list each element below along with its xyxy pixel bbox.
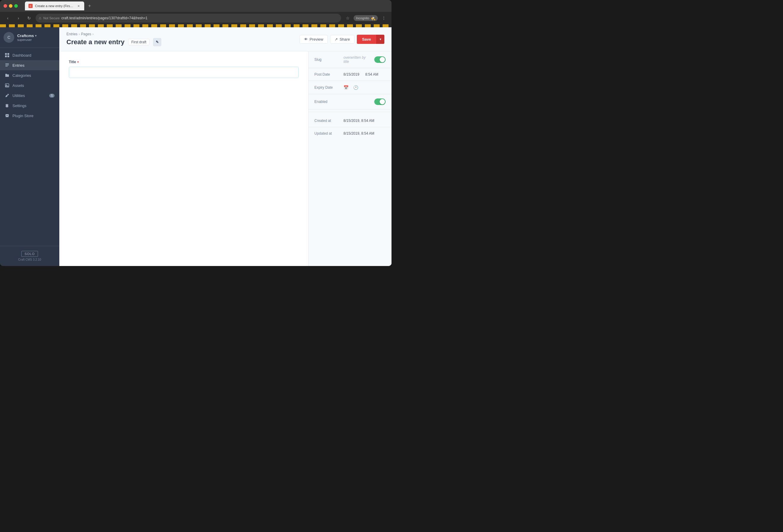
minimize-button[interactable] [9, 4, 12, 8]
assets-icon [5, 83, 9, 88]
categories-label: Categories [12, 73, 31, 78]
browser-toolbar: ‹ › ↻ ⚠ Not Secure craft.test/admin/entr… [0, 12, 392, 24]
breadcrumb-sep-1: › [79, 32, 80, 36]
refresh-button[interactable]: ↻ [25, 14, 33, 22]
share-button[interactable]: ↗ Share [330, 35, 354, 43]
tab-title: Create a new entry (First draft) [35, 4, 74, 8]
new-tab-button[interactable]: + [86, 2, 94, 10]
dashboard-label: Dashboard [12, 53, 31, 58]
settings-label: Settings [12, 103, 26, 108]
svg-rect-5 [5, 65, 9, 65]
plugin-store-icon [5, 113, 9, 118]
dashed-border [0, 24, 392, 27]
sidebar-item-categories[interactable]: Categories [0, 70, 59, 81]
svg-point-8 [6, 85, 7, 85]
breadcrumb: Entries › Pages › [66, 32, 161, 36]
close-button[interactable] [4, 4, 7, 8]
edit-icon: ✎ [156, 40, 159, 44]
save-button-group: Save ▾ [357, 35, 384, 44]
expiry-date-label: Expiry Date [314, 85, 341, 90]
post-date-value: 8/15/2019 8:54 AM [343, 72, 385, 76]
main-content: Entries › Pages › Create a new entry Fir… [59, 27, 392, 266]
brand: Craftcms superuser [17, 33, 36, 41]
breadcrumb-pages[interactable]: Pages [81, 32, 91, 36]
slug-toggle[interactable] [374, 56, 385, 63]
header-left: Entries › Pages › Create a new entry Fir… [66, 32, 161, 46]
svg-rect-4 [5, 63, 9, 64]
sidebar-item-dashboard[interactable]: Dashboard [0, 50, 59, 60]
utilities-icon [5, 93, 9, 98]
header-actions: 👁 Preview ↗ Share Save ▾ [300, 35, 384, 44]
incognito-icon: 🕵 [370, 16, 375, 21]
slug-value: overwritten by title [343, 56, 372, 64]
enabled-toggle[interactable] [374, 98, 385, 105]
maximize-button[interactable] [14, 4, 18, 8]
clock-icon[interactable]: 🕐 [353, 85, 358, 90]
post-date-label: Post Date [314, 72, 341, 76]
back-button[interactable]: ‹ [4, 14, 12, 22]
post-date-time: 8:54 AM [365, 72, 378, 76]
calendar-icon[interactable]: 📅 [343, 85, 348, 90]
slug-row: Slug overwritten by title [309, 51, 392, 68]
url-text: craft.test/admin/entries/pages/130?draft… [61, 16, 148, 20]
sidebar-item-assets[interactable]: Assets [0, 81, 59, 90]
settings-icon [5, 103, 9, 108]
bookmark-icon[interactable]: ☆ [343, 14, 352, 22]
sidebar: C Craftcms superuser Dashboard [0, 27, 59, 266]
security-icon: ⚠ [38, 16, 41, 20]
post-date-text: 8/15/2019 [343, 72, 359, 76]
enabled-row: Enabled [309, 94, 392, 109]
tab-close-button[interactable]: ✕ [76, 4, 81, 8]
created-at-row: Created at 8/15/2019, 8:54 AM [309, 115, 392, 127]
created-at-value: 8/15/2019, 8:54 AM [343, 119, 385, 123]
draft-badge[interactable]: First draft [128, 39, 150, 45]
categories-icon [5, 73, 9, 78]
draft-label: First draft [131, 40, 147, 44]
sidebar-item-utilities[interactable]: Utilities 5 [0, 90, 59, 100]
brand-user: superuser [17, 38, 36, 41]
incognito-label: Incognito [356, 16, 369, 20]
tab-favicon-icon: C [29, 4, 33, 8]
utilities-badge: 5 [49, 94, 55, 98]
updated-at-value: 8/15/2019, 8:54 AM [343, 131, 385, 135]
more-options-icon[interactable]: ⋮ [380, 14, 388, 22]
toolbar-actions: ☆ Incognito 🕵 ⋮ [343, 14, 388, 22]
page-title-group: Create a new entry First draft ✎ [66, 38, 161, 46]
save-dropdown-button[interactable]: ▾ [376, 35, 384, 44]
updated-at-label: Updated at [314, 131, 341, 135]
required-indicator: • [77, 60, 79, 64]
created-at-label: Created at [314, 119, 341, 123]
expiry-date-value: 📅 🕐 [343, 85, 385, 90]
breadcrumb-entries[interactable]: Entries [66, 32, 77, 36]
browser-window: C Create a new entry (First draft) ✕ + ‹… [0, 0, 392, 266]
browser-titlebar: C Create a new entry (First draft) ✕ + [0, 0, 392, 12]
avatar: C [4, 32, 14, 43]
post-date-row: Post Date 8/15/2019 8:54 AM [309, 68, 392, 81]
enabled-label: Enabled [314, 100, 341, 104]
breadcrumb-sep-2: › [92, 32, 93, 36]
app-layout: C Craftcms superuser Dashboard [0, 27, 392, 266]
entries-icon [5, 63, 9, 68]
expiry-date-row: Expiry Date 📅 🕐 [309, 81, 392, 94]
slug-placeholder: overwritten by title [343, 56, 372, 64]
brand-name[interactable]: Craftcms [17, 33, 36, 38]
address-bar[interactable]: ⚠ Not Secure craft.test/admin/entries/pa… [36, 13, 341, 23]
tab-bar: C Create a new entry (First draft) ✕ + [25, 1, 388, 10]
svg-rect-7 [5, 84, 9, 87]
svg-rect-3 [7, 56, 9, 57]
preview-button[interactable]: 👁 Preview [300, 35, 328, 43]
slug-label: Slug [314, 58, 341, 62]
forward-button[interactable]: › [14, 14, 23, 22]
assets-label: Assets [12, 83, 24, 88]
svg-rect-2 [5, 56, 7, 57]
version-text: Craft CMS 3.2.10 [18, 258, 41, 261]
entries-label: Entries [12, 63, 24, 68]
title-input[interactable] [69, 67, 299, 78]
not-secure-label: Not Secure [43, 16, 60, 20]
active-tab[interactable]: C Create a new entry (First draft) ✕ [25, 1, 84, 10]
edit-draft-button[interactable]: ✎ [153, 38, 161, 46]
save-button[interactable]: Save [357, 35, 376, 44]
sidebar-item-entries[interactable]: Entries [0, 60, 59, 70]
sidebar-item-plugin-store[interactable]: Plugin Store [0, 111, 59, 121]
sidebar-item-settings[interactable]: Settings [0, 100, 59, 111]
